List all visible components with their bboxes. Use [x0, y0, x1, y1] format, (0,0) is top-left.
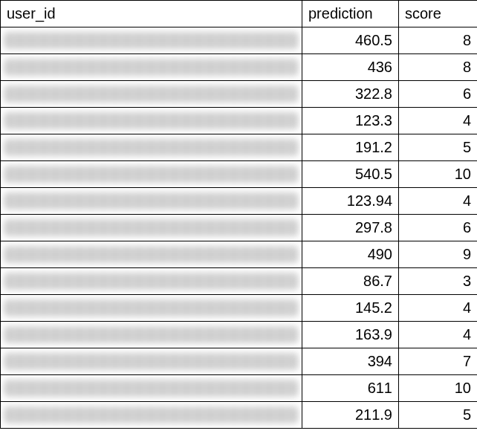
cell-user-id-redacted	[1, 54, 302, 81]
cell-user-id-redacted	[1, 215, 302, 241]
cell-prediction: 123.94	[302, 188, 399, 215]
table-row: 191.25	[1, 134, 478, 161]
cell-user-id-redacted	[1, 402, 302, 429]
header-prediction: prediction	[302, 1, 399, 27]
cell-user-id-redacted	[1, 348, 302, 375]
cell-user-id-redacted	[1, 108, 302, 134]
redaction-blur	[4, 112, 299, 129]
cell-score: 9	[399, 241, 478, 268]
redaction-blur	[4, 299, 299, 316]
table-row: 61110	[1, 375, 478, 402]
table-row: 145.24	[1, 295, 478, 322]
cell-prediction: 123.3	[302, 108, 399, 134]
cell-score: 8	[399, 27, 478, 54]
redaction-blur	[4, 192, 299, 210]
table-row: 86.73	[1, 268, 478, 295]
redaction-blur	[4, 273, 299, 290]
table-row: 211.95	[1, 402, 478, 429]
cell-prediction: 394	[302, 348, 399, 375]
cell-prediction: 436	[302, 54, 399, 81]
cell-score: 4	[399, 188, 478, 215]
table-row: 123.34	[1, 108, 478, 134]
cell-score: 10	[399, 375, 478, 402]
table-row: 460.58	[1, 27, 478, 54]
cell-prediction: 322.8	[302, 81, 399, 108]
header-row: user_id prediction score	[1, 1, 478, 27]
table-row: 4909	[1, 241, 478, 268]
cell-prediction: 211.9	[302, 402, 399, 429]
redaction-blur	[4, 406, 299, 423]
cell-score: 3	[399, 268, 478, 295]
cell-user-id-redacted	[1, 188, 302, 215]
cell-score: 7	[399, 348, 478, 375]
data-table: user_id prediction score 460.584368322.8…	[0, 0, 477, 429]
cell-prediction: 163.9	[302, 322, 399, 348]
cell-score: 4	[399, 322, 478, 348]
table-row: 297.86	[1, 215, 478, 241]
table-row: 3947	[1, 348, 478, 375]
cell-score: 8	[399, 54, 478, 81]
cell-user-id-redacted	[1, 268, 302, 295]
cell-prediction: 145.2	[302, 295, 399, 322]
redaction-blur	[4, 326, 299, 343]
cell-score: 5	[399, 134, 478, 161]
cell-user-id-redacted	[1, 134, 302, 161]
redaction-blur	[4, 32, 299, 49]
cell-score: 5	[399, 402, 478, 429]
cell-prediction: 611	[302, 375, 399, 402]
table-row: 322.86	[1, 81, 478, 108]
cell-user-id-redacted	[1, 27, 302, 54]
redaction-blur	[4, 166, 299, 183]
cell-user-id-redacted	[1, 161, 302, 188]
data-table-container: user_id prediction score 460.584368322.8…	[0, 0, 477, 448]
cell-prediction: 297.8	[302, 215, 399, 241]
cell-user-id-redacted	[1, 322, 302, 348]
cell-prediction: 490	[302, 241, 399, 268]
redaction-blur	[4, 59, 299, 76]
redaction-blur	[4, 246, 299, 263]
cell-user-id-redacted	[1, 81, 302, 108]
redaction-blur	[4, 380, 299, 397]
table-row: 123.944	[1, 188, 478, 215]
cell-score: 4	[399, 295, 478, 322]
header-score: score	[399, 1, 478, 27]
cell-user-id-redacted	[1, 241, 302, 268]
table-row: 163.94	[1, 322, 478, 348]
cell-user-id-redacted	[1, 375, 302, 402]
cell-prediction: 540.5	[302, 161, 399, 188]
cell-prediction: 460.5	[302, 27, 399, 54]
redaction-blur	[4, 353, 299, 370]
cell-prediction: 191.2	[302, 134, 399, 161]
table-row: 540.510	[1, 161, 478, 188]
cell-score: 10	[399, 161, 478, 188]
redaction-blur	[4, 85, 299, 103]
cell-score: 6	[399, 81, 478, 108]
table-row: 4368	[1, 54, 478, 81]
cell-prediction: 86.7	[302, 268, 399, 295]
redaction-blur	[4, 139, 299, 156]
redaction-blur	[4, 219, 299, 236]
cell-score: 6	[399, 215, 478, 241]
header-user-id: user_id	[1, 1, 302, 27]
cell-user-id-redacted	[1, 295, 302, 322]
cell-score: 4	[399, 108, 478, 134]
